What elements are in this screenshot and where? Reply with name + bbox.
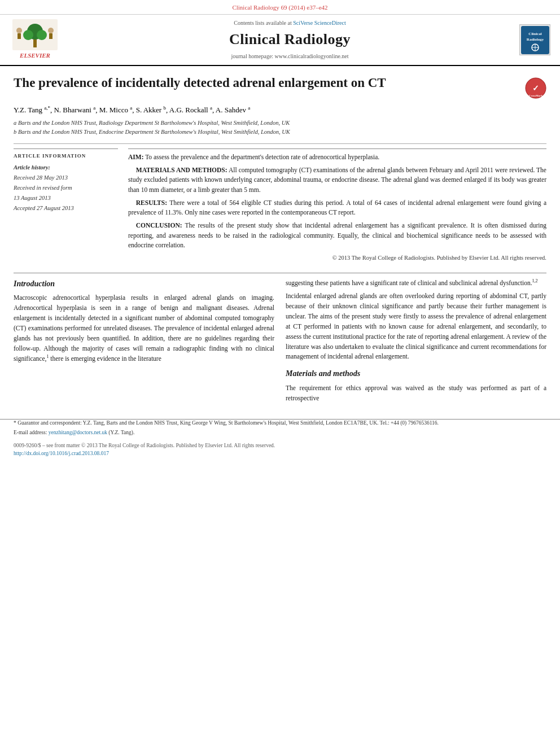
author-tang: Y.Z. Tang a,* [14,106,50,114]
left-body-column: Introduction Macroscopic adrenocortical … [14,278,274,407]
email-link[interactable]: yenzhitang@doctors.net.uk [49,430,107,435]
svg-point-4 [37,30,47,40]
intro-p1-cont: there is emerging evidence in the litera… [49,355,161,362]
bottom-bar: 0009-9260/$ – see front matter © 2013 Th… [0,438,560,462]
abstract-results: RESULTS: There were a total of 564 eligi… [128,198,546,218]
abstract-copyright: © 2013 The Royal College of Radiologists… [128,254,546,263]
conclusion-label: CONCLUSION: [136,222,182,229]
affiliation-b: b Barts and the London NHS Trust, Endocr… [14,128,546,137]
article-info-column: ARTICLE INFORMATION Article history: Rec… [14,148,118,266]
svg-text:✓: ✓ [532,84,539,93]
header-center: Contents lists available at SciVerse Sci… [69,19,511,60]
materials-heading: Materials and methods [286,368,546,380]
svg-text:Clinical: Clinical [528,32,541,36]
logo-image: Clinical Radiology [521,26,549,54]
article-history: Article history: Received 28 May 2013 Re… [14,163,118,213]
authors-line: Y.Z. Tang a,*, N. Bharwani a, M. Micco a… [14,104,546,116]
received-revised-label: Received in revised form [14,183,118,193]
doi-line: http://dx.doi.org/10.1016/j.crad.2013.08… [14,449,546,457]
author-sahdev: A. Sahdev a [216,106,250,114]
guarantor-text: * Guarantor and correspondent: Y.Z. Tang… [14,420,439,426]
author-micco: M. Micco a [99,106,133,114]
sciverse-link[interactable]: SciVerse ScienceDirect [293,20,346,26]
svg-text:CrossMark: CrossMark [529,94,543,97]
abstract-aim: AIM: To assess the prevalence and the de… [128,152,546,162]
body-columns: Introduction Macroscopic adrenocortical … [14,278,546,407]
elsevier-brand: ELSEVIER [20,51,50,60]
citation-bar: Clinical Radiology 69 (2014) e37–e42 [0,0,560,15]
citation-text: Clinical Radiology 69 (2014) e37–e42 [232,4,327,11]
logo-box: Clinical Radiology [519,24,550,55]
author-akker: S. Akker b [136,106,166,114]
materials-p1: The requirement for ethics approval was … [286,383,546,404]
received-date: Received 28 May 2013 [14,173,118,183]
right-p2-text: suggesting these patients have a signifi… [286,279,532,286]
abstract-text: AIM: To assess the prevalence and the de… [128,152,546,263]
body-divider [14,273,546,273]
email-label: E-mail address: [14,430,49,435]
history-label: Article history: [14,163,118,173]
svg-text:Radiology: Radiology [526,37,544,42]
right-body-column: suggesting these patients have a signifi… [286,278,546,407]
received-revised-date: 13 August 2013 [14,193,118,203]
author-bharwani: N. Bharwani a [54,106,95,114]
results-label: RESULTS: [136,199,167,206]
guarantor-footnote: * Guarantor and correspondent: Y.Z. Tang… [14,420,546,427]
right-p3: Incidental enlarged adrenal glands are o… [286,291,546,362]
svg-point-3 [23,30,33,40]
issn-line: 0009-9260/$ – see front matter © 2013 Th… [14,442,546,449]
intro-p1: Macroscopic adrenocortical hyperplasia r… [14,293,274,364]
intro-p1-text: Macroscopic adrenocortical hyperplasia r… [14,294,274,362]
affiliation-a: a Barts and the London NHS Trust, Radiol… [14,119,546,128]
accepted-date: Accepted 27 August 2013 [14,203,118,213]
sciverse-line: Contents lists available at SciVerse Sci… [234,19,346,27]
abstract-conclusion: CONCLUSION: The results of the present s… [128,221,546,250]
svg-rect-1 [33,39,37,47]
divider-1 [14,143,546,144]
intro-heading: Introduction [14,278,274,290]
right-p2: suggesting these patients have a signifi… [286,278,546,289]
email-suffix: (Y.Z. Tang). [107,430,134,435]
doi-link[interactable]: http://dx.doi.org/10.1016/j.crad.2013.08… [14,451,109,456]
footnotes-section: * Guarantor and correspondent: Y.Z. Tang… [0,419,560,436]
results-text: There were a total of 564 eligible CT st… [128,199,546,216]
ref-1-2: 1,2 [532,278,538,283]
svg-point-5 [16,28,22,33]
svg-rect-8 [49,33,53,39]
abstract-mm: MATERIALS AND METHODS: All computed tomo… [128,165,546,195]
author-rockall: A.G. Rockall a [169,106,212,114]
crossmark-icon[interactable]: ✓ CrossMark [525,77,546,99]
affiliations: a Barts and the London NHS Trust, Radiol… [14,119,546,137]
svg-point-7 [48,28,54,33]
elsevier-tree-icon [12,19,58,50]
journal-header: ELSEVIER Contents lists available at Sci… [0,15,560,65]
elsevier-logo: ELSEVIER [7,19,63,60]
aim-text: To assess the prevalence and the departm… [145,154,379,160]
article-title-text: The prevalence of incidentally detected … [14,75,519,91]
email-footnote: E-mail address: yenzhitang@doctors.net.u… [14,429,546,436]
article-title-block: The prevalence of incidentally detected … [14,75,546,99]
article-content: The prevalence of incidentally detected … [0,66,560,413]
journal-url: journal homepage: www.clinicalradiologyo… [231,53,348,60]
radiology-journal-logo: Clinical Radiology [517,19,553,60]
mm-label: MATERIALS AND METHODS: [136,167,228,173]
aim-label: AIM: [128,154,143,160]
conclusion-text: The results of the present study show th… [128,222,546,248]
page: Clinical Radiology 69 (2014) e37–e42 [0,0,560,747]
abstract-column: AIM: To assess the prevalence and the de… [128,148,546,266]
svg-rect-6 [18,33,21,39]
journal-title: Clinical Radiology [229,29,351,50]
sciverse-prefix: Contents lists available at [234,20,293,26]
info-column-header: ARTICLE INFORMATION [14,152,118,160]
info-columns: ARTICLE INFORMATION Article history: Rec… [14,148,546,266]
